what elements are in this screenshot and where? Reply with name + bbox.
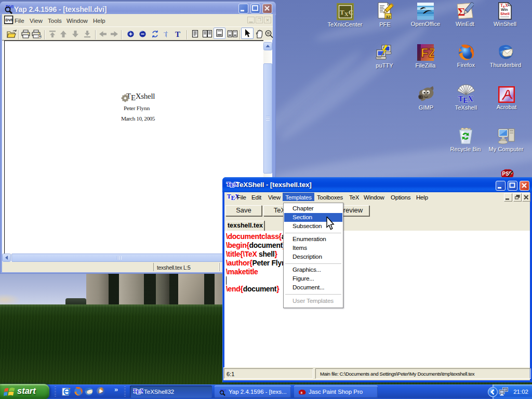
svg-text:TEX: TEX (458, 95, 473, 103)
svg-text:+: + (39, 35, 41, 38)
svg-text:T: T (175, 30, 180, 38)
svg-text:Shell: Shell (500, 11, 510, 16)
svg-text:TEX: TEX (133, 388, 143, 395)
svg-text:32: 32 (386, 15, 391, 19)
svg-text:T: T (164, 30, 168, 38)
svg-text:DVI: DVI (5, 18, 12, 22)
svg-text:Σ: Σ (458, 5, 465, 18)
svg-text:FZ: FZ (421, 46, 434, 60)
